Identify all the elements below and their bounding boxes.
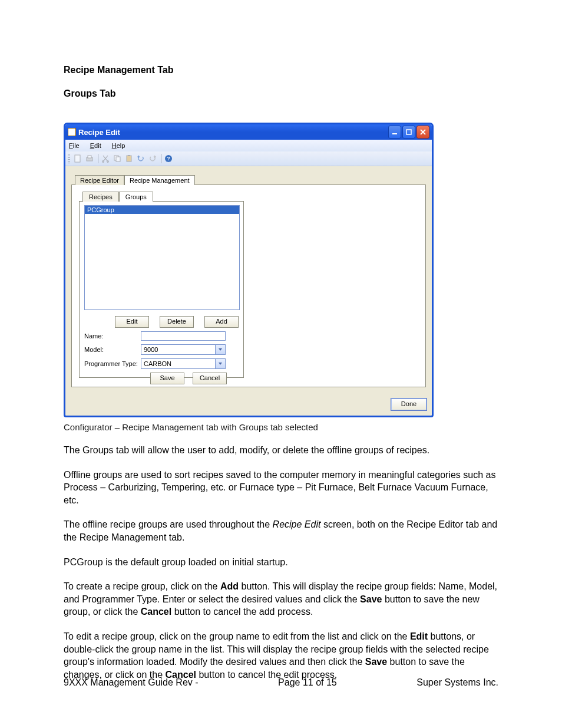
groups-listbox[interactable]: PCGroup	[84, 205, 240, 310]
minimize-icon	[391, 129, 398, 136]
close-button[interactable]	[416, 126, 429, 139]
menu-bar: File Edit Help	[65, 140, 432, 151]
toolbar-grip	[68, 154, 70, 163]
page-footer: 9XXX Management Guide Rev - Page 11 of 1…	[64, 677, 498, 688]
redo-icon[interactable]	[147, 153, 158, 164]
paragraph: PCGroup is the default group loaded on i…	[64, 556, 498, 569]
programmer-type-label: Programmer Type:	[84, 360, 141, 367]
menu-edit[interactable]: Edit	[90, 142, 101, 149]
svg-rect-2	[75, 155, 80, 162]
paragraph: The Groups tab will allow the user to ad…	[64, 444, 498, 457]
menu-help[interactable]: Help	[112, 142, 125, 149]
svg-rect-9	[127, 156, 131, 162]
paragraph: The offline recipe groups are used throu…	[64, 518, 498, 543]
minimize-button[interactable]	[388, 126, 401, 139]
done-button[interactable]: Done	[391, 398, 427, 411]
heading-groups-tab: Groups Tab	[64, 88, 498, 99]
svg-rect-4	[88, 156, 91, 158]
groups-panel: PCGroup Edit Delete Add Name: Model:	[79, 201, 244, 378]
chevron-down-icon[interactable]	[215, 359, 225, 368]
cancel-button[interactable]: Cancel	[193, 373, 227, 384]
paragraph: Offline groups are used to sort recipes …	[64, 469, 498, 507]
paragraph: To edit a recipe group, click on the gro…	[64, 630, 498, 681]
footer-right: Super Systems Inc.	[416, 677, 498, 688]
maximize-icon	[405, 129, 412, 136]
model-combobox[interactable]: 9000	[141, 344, 226, 355]
close-icon	[419, 129, 427, 136]
window-title: Recipe Edit	[78, 128, 388, 137]
list-item[interactable]: PCGroup	[85, 206, 239, 214]
toolbar: ?	[65, 151, 432, 166]
model-value: 9000	[141, 346, 215, 353]
maximize-button[interactable]	[402, 126, 415, 139]
add-button[interactable]: Add	[204, 316, 239, 328]
heading-recipe-management: Recipe Management Tab	[64, 65, 498, 75]
name-input[interactable]	[141, 331, 226, 341]
chevron-down-icon[interactable]	[215, 345, 225, 354]
svg-rect-8	[116, 157, 120, 162]
save-button[interactable]: Save	[150, 373, 184, 384]
title-bar: Recipe Edit	[65, 124, 432, 140]
svg-rect-10	[128, 155, 130, 156]
recipe-edit-window: Recipe Edit File Edit Help	[64, 123, 434, 417]
name-label: Name:	[84, 332, 141, 340]
tab-groups[interactable]: Groups	[119, 192, 153, 202]
figure-caption: Configurator – Recipe Management tab wit…	[64, 422, 498, 432]
tab-recipe-management[interactable]: Recipe Management	[124, 175, 195, 185]
edit-button[interactable]: Edit	[115, 316, 149, 328]
undo-icon[interactable]	[135, 153, 146, 164]
app-icon	[68, 128, 76, 136]
programmer-type-combobox[interactable]: CARBON	[141, 358, 226, 369]
svg-text:?: ?	[167, 156, 170, 162]
recipe-management-panel: Recipes Groups PCGroup Edit Delete Add N…	[71, 185, 426, 387]
model-label: Model:	[84, 346, 141, 353]
svg-rect-1	[406, 130, 411, 134]
delete-button[interactable]: Delete	[160, 316, 194, 328]
footer-center: Page 11 of 15	[278, 677, 337, 688]
print-icon[interactable]	[84, 153, 95, 164]
paste-icon[interactable]	[124, 153, 134, 164]
copy-icon[interactable]	[112, 153, 123, 164]
new-icon[interactable]	[72, 153, 83, 164]
footer-left: 9XXX Management Guide Rev -	[64, 677, 199, 688]
tab-recipes[interactable]: Recipes	[82, 192, 119, 202]
tab-recipe-editor[interactable]: Recipe Editor	[75, 175, 124, 185]
window-footer: Done	[65, 393, 432, 416]
svg-rect-0	[392, 133, 397, 134]
paragraph: To create a recipe group, click on the A…	[64, 580, 498, 618]
menu-file[interactable]: File	[69, 142, 80, 149]
help-icon[interactable]: ?	[163, 153, 174, 164]
cut-icon[interactable]	[100, 153, 111, 164]
programmer-type-value: CARBON	[141, 360, 215, 367]
